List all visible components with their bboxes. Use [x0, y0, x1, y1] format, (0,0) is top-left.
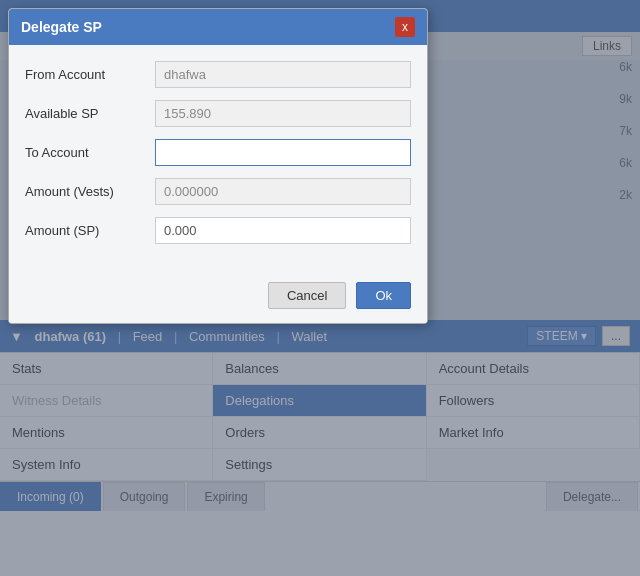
delegate-sp-modal: Delegate SP x From Account Available SP … [8, 8, 428, 324]
amount-vests-input[interactable] [155, 178, 411, 205]
from-account-label: From Account [25, 67, 155, 82]
modal-header: Delegate SP x [9, 9, 427, 45]
amount-vests-label: Amount (Vests) [25, 184, 155, 199]
modal-footer: Cancel Ok [9, 272, 427, 323]
available-sp-label: Available SP [25, 106, 155, 121]
modal-overlay: Delegate SP x From Account Available SP … [0, 0, 640, 576]
modal-body: From Account Available SP To Account Amo… [9, 45, 427, 272]
modal-title: Delegate SP [21, 19, 102, 35]
available-sp-row: Available SP [25, 100, 411, 127]
amount-sp-label: Amount (SP) [25, 223, 155, 238]
cancel-button[interactable]: Cancel [268, 282, 346, 309]
to-account-label: To Account [25, 145, 155, 160]
amount-sp-input[interactable] [155, 217, 411, 244]
from-account-input[interactable] [155, 61, 411, 88]
amount-vests-row: Amount (Vests) [25, 178, 411, 205]
available-sp-input[interactable] [155, 100, 411, 127]
from-account-row: From Account [25, 61, 411, 88]
to-account-input[interactable] [155, 139, 411, 166]
amount-sp-row: Amount (SP) [25, 217, 411, 244]
modal-close-button[interactable]: x [395, 17, 415, 37]
ok-button[interactable]: Ok [356, 282, 411, 309]
to-account-row: To Account [25, 139, 411, 166]
